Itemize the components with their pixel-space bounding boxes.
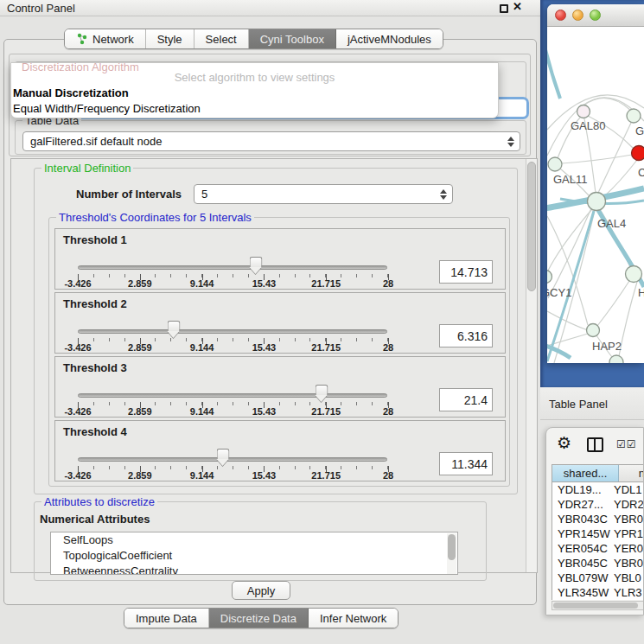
threshold-1-panel: Threshold 1 -3.4262.859 9.14415.43 21.71… (54, 228, 506, 290)
slider-thumb[interactable] (316, 385, 328, 401)
combo-stepper-icon (440, 189, 447, 200)
number-of-intervals-label: Number of Intervals (76, 188, 182, 201)
tab-style[interactable]: Style (146, 29, 194, 48)
threshold-3-value-field[interactable]: 21.4 (439, 388, 493, 411)
threshold-3-slider[interactable] (78, 393, 387, 398)
node-label-partial-h: H (638, 286, 644, 299)
thresholds-group: Threshold's Coordinates for 5 Intervals … (48, 217, 510, 487)
control-panel-title: Control Panel (7, 2, 75, 15)
option-manual-discretization[interactable]: Manual Discretization (13, 86, 129, 99)
thresholds-group-title: Threshold's Coordinates for 5 Intervals (56, 211, 254, 224)
gear-icon[interactable]: ⚙ (557, 433, 571, 453)
table-row[interactable]: YPR145WYPR1 (552, 526, 644, 541)
tab-cyni-toolbox[interactable]: Cyni Toolbox (249, 29, 336, 48)
float-window-icon[interactable] (500, 4, 508, 13)
table-row[interactable]: YDL19...YDL1 (552, 482, 644, 497)
threshold-4-value-field[interactable]: 11.344 (439, 452, 493, 475)
scrollbar-thumb[interactable] (553, 603, 638, 609)
table-panel-window[interactable]: ⚙ ☑☑ shared... n YDL19...YDL1 YDR27...YD… (545, 427, 644, 615)
table-toolbar: ⚙ ☑☑ (546, 428, 643, 462)
table-horizontal-scrollbar[interactable] (552, 601, 644, 610)
threshold-2-slider[interactable] (78, 329, 387, 334)
table-row[interactable]: YER054CYER0 (552, 541, 644, 556)
tab-select[interactable]: Select (194, 29, 249, 48)
threshold-1-slider[interactable] (78, 265, 387, 270)
network-view[interactable]: GAL80 G C GAL11 GAL4 GCY1 H HAP2 (547, 27, 644, 363)
network-window-titlebar[interactable] (547, 4, 644, 27)
column-header-shared-name[interactable]: shared... (552, 465, 619, 481)
algorithm-prompt: Select algorithm to view settings (11, 71, 498, 84)
table-body[interactable]: YDL19...YDL1 YDR27...YDR2 YBR043CYBR0 YP… (552, 482, 644, 600)
list-item[interactable]: SelfLoops (51, 532, 457, 548)
table-row[interactable]: YDR27...YDR2 (552, 497, 644, 512)
close-icon[interactable]: ✕ (513, 0, 522, 13)
network-icon (76, 33, 88, 45)
close-traffic-light-icon[interactable] (555, 10, 566, 21)
slider-thumb[interactable] (168, 321, 181, 337)
bottom-tabbar: Impute Data Discretize Data Infer Networ… (124, 608, 399, 628)
table-row[interactable]: YBR043CYBR0 (552, 512, 644, 526)
tab-discretize-data[interactable]: Discretize Data (209, 609, 309, 628)
select-columns-icon[interactable]: ☑☑ (616, 438, 637, 450)
minimize-traffic-light-icon[interactable] (572, 10, 583, 21)
slider-thumb[interactable] (250, 257, 263, 273)
apply-button[interactable]: Apply (232, 581, 290, 600)
tab-impute-data[interactable]: Impute Data (124, 609, 209, 628)
table-row[interactable]: YBL079WYBL0 (552, 571, 644, 585)
table-panel-titlebar: Table Panel (540, 387, 644, 420)
slider-thumb[interactable] (217, 449, 230, 465)
numerical-attributes-list[interactable]: SelfLoops TopologicalCoefficient Between… (50, 532, 458, 575)
node-label-partial-g: G (635, 124, 644, 137)
settings-scrollpane: Interval Definition Number of Intervals … (10, 158, 538, 573)
list-scrollbar[interactable] (447, 533, 456, 575)
node-label-gal4: GAL4 (597, 217, 626, 230)
threshold-2-value-field[interactable]: 6.316 (439, 324, 493, 348)
numerical-attributes-label: Numerical Attributes (40, 513, 150, 526)
attributes-group: Attributes to discretize Numerical Attri… (34, 501, 487, 581)
threshold-4-panel: Threshold 4 -3.4262.859 9.14415.43 21.71… (54, 420, 506, 481)
threshold-3-panel: Threshold 3 -3.4262.859 9.14415.43 21.71… (54, 356, 506, 418)
table-header-row: shared... n (552, 464, 644, 482)
number-of-intervals-combobox[interactable]: 5 (194, 184, 453, 204)
slider-scale: -3.4262.859 9.14415.43 21.71528 (78, 470, 388, 481)
node-label-hap2: HAP2 (592, 340, 622, 353)
columns-icon[interactable] (587, 437, 603, 452)
screen: Control Panel ✕ Network Style Select Cyn… (0, 0, 644, 644)
control-panel-titlebar: Control Panel ✕ (0, 0, 540, 16)
tab-jactivemnodules[interactable]: jActiveMNodules (336, 29, 443, 48)
node-label-gcy1: GCY1 (547, 286, 571, 299)
list-item[interactable]: TopologicalCoefficient (51, 548, 457, 564)
option-equal-width-frequency[interactable]: Equal Width/Frequency Discretization (13, 102, 201, 115)
table-row[interactable]: YBR045CYBR0 (552, 556, 644, 571)
list-item[interactable]: BetweennessCentrality (51, 564, 457, 575)
top-tabbar: Network Style Select Cyni Toolbox jActiv… (64, 29, 443, 49)
table-row[interactable]: YLR345WYLR3 (552, 585, 644, 600)
table-data-combobox[interactable]: galFiltered.sif default node (22, 131, 520, 151)
tab-infer-network[interactable]: Infer Network (309, 609, 398, 628)
table-data-group: Table Data galFiltered.sif default node (15, 120, 526, 155)
threshold-1-value-field[interactable]: 14.713 (439, 260, 493, 284)
slider-scale: -3.4262.859 9.14415.43 21.71528 (78, 278, 388, 289)
algorithm-dropdown-popup: Discretization Algorithm Select algorith… (10, 62, 499, 118)
threshold-4-slider[interactable] (78, 457, 387, 462)
combo-stepper-icon (507, 137, 514, 147)
interval-definition-title: Interval Definition (41, 162, 133, 175)
tab-network[interactable]: Network (65, 29, 146, 48)
slider-scale: -3.4262.859 9.14415.43 21.71528 (78, 406, 388, 417)
settings-scrollbar[interactable] (526, 159, 537, 572)
interval-definition-group: Interval Definition Number of Intervals … (34, 168, 518, 494)
attributes-group-title: Attributes to discretize (41, 495, 157, 508)
node-label-gal11: GAL11 (553, 173, 588, 186)
slider-scale: -3.4262.859 9.14415.43 21.71528 (78, 342, 388, 353)
table-panel-title: Table Panel (549, 398, 608, 411)
scrollbar-thumb[interactable] (527, 162, 536, 291)
node-label-gal80: GAL80 (571, 119, 605, 132)
zoom-traffic-light-icon[interactable] (590, 10, 601, 21)
node-label-partial-c: C (638, 166, 644, 179)
threshold-2-panel: Threshold 2 -3.4262.859 9.14415.43 21.71… (54, 292, 506, 354)
column-header-name[interactable]: n (619, 465, 644, 481)
